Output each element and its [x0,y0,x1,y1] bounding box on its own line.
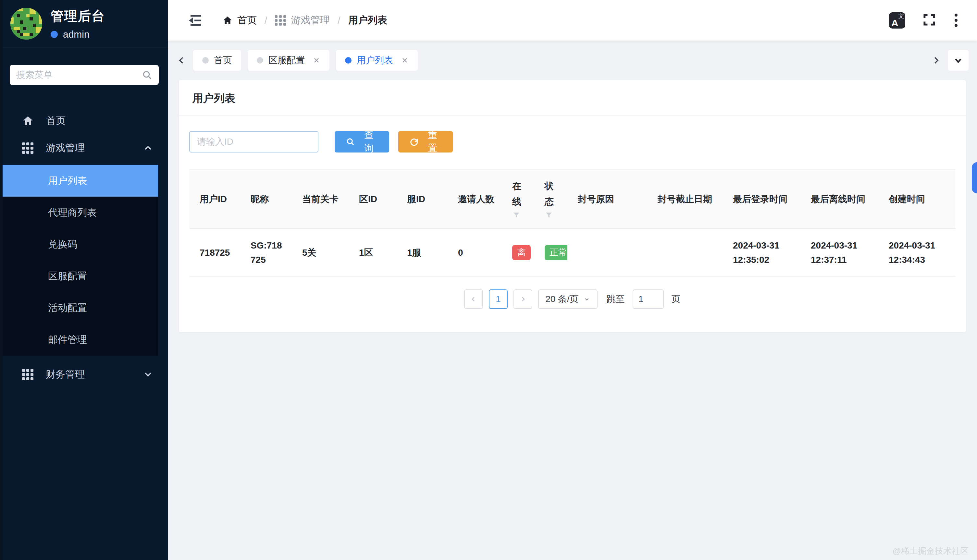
sidebar-item-finance-mgmt[interactable]: 财务管理 [3,364,168,385]
chevron-down-icon [583,295,590,303]
sidebar-item-activity-config[interactable]: 活动配置 [3,292,158,324]
main-area: 首页 / 游戏管理 / 用户列表 A 文 [168,0,977,560]
reset-button[interactable]: 重置 [398,131,453,152]
tab-dot [345,57,352,63]
refresh-icon [409,137,419,147]
apps-icon [22,369,33,380]
more-menu-icon[interactable] [953,12,959,28]
cell-ban-reason [567,228,647,277]
home-icon [22,115,34,127]
avatar [10,8,42,40]
tab-user-list[interactable]: 用户列表 [336,50,418,71]
breadcrumb-section[interactable]: 游戏管理 [275,13,330,27]
breadcrumb-label: 游戏管理 [291,13,330,27]
page-title: 用户列表 [179,80,966,116]
sidebar-search [10,65,159,85]
col-ban-until: 封号截止日期 [647,170,722,228]
sidebar-header: 管理后台 admin [3,0,168,48]
top-header: 首页 / 游戏管理 / 用户列表 A 文 [168,0,977,40]
home-icon [222,15,233,26]
chevron-right-icon [931,55,941,65]
cell-ban-until [647,228,722,277]
search-icon [142,70,152,80]
tab-home[interactable]: 首页 [193,50,241,71]
user-id-input[interactable] [189,131,318,152]
chevron-left-icon [470,295,477,303]
tabs: 首页 区服配置 用户列表 [193,50,418,71]
jump-page-input[interactable] [633,289,664,309]
search-icon [346,137,355,147]
col-zone-id: 区ID [348,170,397,228]
cell-created-at: 2024-03-31 12:34:43 [878,228,955,277]
cell-nickname: SG:718725 [240,228,292,277]
sidebar-item-zone-config[interactable]: 区服配置 [3,260,158,292]
tabs-scroll-right[interactable] [930,55,942,66]
chevron-right-icon [519,295,527,303]
settings-drawer-handle[interactable] [972,162,977,193]
breadcrumb-home[interactable]: 首页 [222,13,257,27]
pagination-page-1[interactable]: 1 [489,289,508,309]
tab-label: 首页 [214,54,232,67]
header-actions: A 文 [889,12,959,28]
sidebar-submenu: 用户列表 代理商列表 兑换码 区服配置 活动配置 邮件管理 [3,165,158,356]
app-root: 管理后台 admin 首页 游戏管理 [0,0,977,560]
page-content: 用户列表 查询 重置 [168,80,977,560]
chevron-left-icon [177,55,186,65]
sidebar-item-label: 兑换码 [48,238,77,251]
tab-bar: 首页 区服配置 用户列表 [168,40,977,80]
cell-online: 离 [502,228,534,277]
sidebar-search-input[interactable] [16,70,142,80]
user-info: admin [51,29,105,40]
col-current-level: 当前关卡 [292,170,348,228]
sidebar-item-label: 邮件管理 [48,333,87,347]
user-table: 用户ID 昵称 当前关卡 区ID 服ID 邀请人数 在线 [189,169,955,277]
status-badge-normal: 正常 [545,245,567,260]
col-last-login: 最后登录时间 [722,170,800,228]
breadcrumb-separator: / [338,15,340,26]
filter-icon[interactable] [545,211,553,220]
col-server-id: 服ID [397,170,448,228]
sidebar: 管理后台 admin 首页 游戏管理 [0,0,168,560]
cell-current-level: 5关 [292,228,348,277]
tab-label: 用户列表 [357,54,393,67]
tab-zone-config[interactable]: 区服配置 [248,50,330,71]
sidebar-item-user-list[interactable]: 用户列表 [3,165,158,197]
sidebar-collapse-button[interactable] [187,12,204,29]
pagination: 1 20 条/页 跳至 页 [179,289,966,309]
page-size-select[interactable]: 20 条/页 [538,289,598,309]
sidebar-item-home[interactable]: 首页 [3,110,168,131]
sidebar-item-label: 用户列表 [48,174,87,188]
translate-icon[interactable]: A 文 [889,12,905,28]
sidebar-item-mail-mgmt[interactable]: 邮件管理 [3,324,158,356]
sidebar-item-label: 财务管理 [46,368,142,381]
close-icon[interactable] [401,57,408,64]
fullscreen-icon[interactable] [922,13,937,28]
tabs-dropdown-button[interactable] [948,50,969,71]
search-toolbar: 查询 重置 [189,131,966,152]
apps-icon [275,15,286,26]
status-badge-offline: 离 [512,245,531,260]
pagination-prev-button[interactable] [464,289,483,309]
cell-zone-id: 1区 [348,228,397,277]
filter-icon[interactable] [512,211,521,220]
sidebar-item-game-mgmt[interactable]: 游戏管理 [3,138,168,158]
col-user-id: 用户ID [189,170,240,228]
query-button[interactable]: 查询 [335,131,389,152]
app-title: 管理后台 [51,7,105,25]
sidebar-item-label: 代理商列表 [48,206,97,219]
sidebar-item-agent-list[interactable]: 代理商列表 [3,197,158,228]
sidebar-header-text: 管理后台 admin [51,7,105,40]
cell-last-login: 2024-03-31 12:35:02 [722,228,800,277]
sidebar-item-redeem-code[interactable]: 兑换码 [3,228,158,260]
cell-server-id: 1服 [397,228,448,277]
online-status-dot [51,31,58,38]
chevron-down-icon [142,369,153,380]
col-online: 在线 [502,170,534,228]
tabs-scroll-left[interactable] [176,55,187,66]
col-created-at: 创建时间 [878,170,955,228]
breadcrumb-label: 首页 [237,13,257,27]
close-icon[interactable] [313,57,320,64]
col-nickname: 昵称 [240,170,292,228]
avatar-pixel-art [10,8,42,40]
pagination-next-button[interactable] [514,289,532,309]
